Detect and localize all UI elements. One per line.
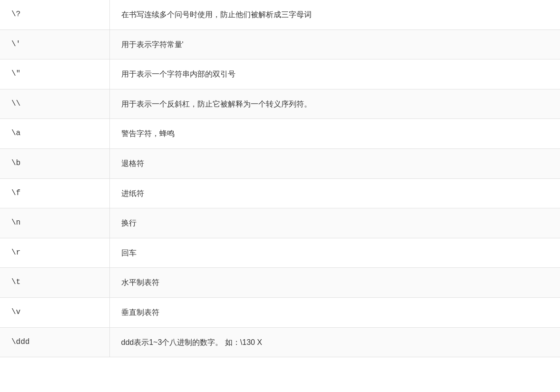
escape-code-cell: \n (0, 208, 109, 238)
escape-description-cell: 换行 (109, 208, 560, 238)
escape-code-cell: \a (0, 119, 109, 149)
escape-description-cell: 用于表示一个反斜杠，防止它被解释为一个转义序列符。 (109, 89, 560, 119)
escape-description-cell: 垂直制表符 (109, 297, 560, 327)
escape-code-cell: \\ (0, 89, 109, 119)
table-row: \a警告字符，蜂鸣 (0, 119, 560, 149)
escape-sequences-table: \?在书写连续多个问号时使用，防止他们被解析成三字母词\'用于表示字符常量'\"… (0, 0, 560, 357)
table-row: \t水平制表符 (0, 268, 560, 298)
table-row: \?在书写连续多个问号时使用，防止他们被解析成三字母词 (0, 0, 560, 29)
escape-code-cell: \' (0, 29, 109, 59)
escape-description-cell: 进纸符 (109, 178, 560, 208)
escape-description-cell: 用于表示一个字符串内部的双引号 (109, 59, 560, 89)
table-row: \n换行 (0, 208, 560, 238)
table-row: \'用于表示字符常量' (0, 29, 560, 59)
escape-description-cell: 警告字符，蜂鸣 (109, 119, 560, 149)
escape-description-cell: 水平制表符 (109, 268, 560, 298)
table-row: \dddddd表示1~3个八进制的数字。 如：\130 X (0, 327, 560, 357)
escape-description-cell: 回车 (109, 238, 560, 268)
escape-code-cell: \b (0, 148, 109, 178)
escape-code-cell: \v (0, 297, 109, 327)
escape-description-cell: 退格符 (109, 148, 560, 178)
table-row: \"用于表示一个字符串内部的双引号 (0, 59, 560, 89)
escape-code-cell: \f (0, 178, 109, 208)
table-row: \r回车 (0, 238, 560, 268)
escape-description-cell: 在书写连续多个问号时使用，防止他们被解析成三字母词 (109, 0, 560, 29)
escape-code-cell: \? (0, 0, 109, 29)
table-row: \\用于表示一个反斜杠，防止它被解释为一个转义序列符。 (0, 89, 560, 119)
escape-code-cell: \" (0, 59, 109, 89)
escape-code-cell: \t (0, 268, 109, 298)
escape-description-cell: 用于表示字符常量' (109, 29, 560, 59)
escape-code-cell: \r (0, 238, 109, 268)
escape-code-cell: \ddd (0, 327, 109, 357)
escape-description-cell: ddd表示1~3个八进制的数字。 如：\130 X (109, 327, 560, 357)
table-row: \b退格符 (0, 148, 560, 178)
table-row: \f进纸符 (0, 178, 560, 208)
table-row: \v垂直制表符 (0, 297, 560, 327)
